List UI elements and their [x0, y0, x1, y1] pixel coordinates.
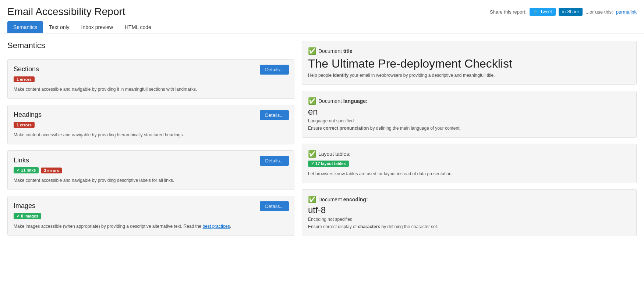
- check-icon-title: ✅: [308, 47, 316, 55]
- check-icon-layout: ✅: [308, 150, 316, 158]
- links-description: Make content accessible and navigable by…: [14, 177, 288, 184]
- document-encoding-card: ✅ Document encoding: utf-8 Encoding not …: [302, 189, 637, 236]
- check-icon-encoding: ✅: [308, 195, 316, 204]
- right-column: ✅ Document title The Ultimate Pre-deploy…: [302, 41, 637, 236]
- images-title: Images: [14, 202, 288, 210]
- headings-description: Make content accessible and navigable by…: [14, 132, 288, 138]
- twitter-icon: 🐦: [533, 9, 539, 14]
- share-area: Share this report: 🐦 Tweet in Share ...o…: [490, 8, 637, 16]
- tweet-button[interactable]: 🐦 Tweet: [530, 8, 556, 16]
- page-title: Email Accessibility Report: [7, 6, 125, 18]
- sections-details-button[interactable]: Details...: [260, 65, 289, 75]
- layout-tables-card: ✅ Layout tables: ✓ 17 layout tables Let …: [302, 144, 637, 183]
- encoding-not-specified: Encoding not specified: [308, 217, 630, 222]
- share-label: Share this report:: [490, 9, 527, 15]
- tab-bar: Semantics Text only Inbox preview HTML c…: [0, 18, 644, 33]
- links-title: Links: [14, 157, 288, 164]
- document-title-header: ✅ Document title: [308, 47, 630, 55]
- layout-tables-label: Layout tables:: [318, 151, 350, 157]
- language-not-specified: Language not specified: [308, 118, 630, 123]
- links-card: Links Details... ✓ 11 links 3 errors Mak…: [7, 150, 294, 190]
- left-column: Semantics Sections Details... 1 errors M…: [7, 41, 294, 236]
- document-language-value: en: [308, 107, 630, 117]
- tab-semantics[interactable]: Semantics: [7, 21, 43, 33]
- document-language-label: Document language:: [318, 98, 368, 104]
- document-encoding-sub: Ensure correct display of characters by …: [308, 223, 630, 230]
- headings-title: Headings: [14, 111, 288, 119]
- headings-details-button[interactable]: Details...: [260, 110, 289, 120]
- images-card: Images Details... ✓ 8 images Make images…: [7, 196, 294, 236]
- main-content: Semantics Sections Details... 1 errors M…: [0, 33, 644, 244]
- document-encoding-label: Document encoding:: [318, 197, 368, 202]
- document-title-card: ✅ Document title The Ultimate Pre-deploy…: [302, 41, 637, 85]
- images-description: Make images accessible (when appropriate…: [14, 223, 288, 230]
- document-language-header: ✅ Document language:: [308, 97, 630, 105]
- linkedin-button[interactable]: in Share: [559, 8, 583, 16]
- links-details-button[interactable]: Details...: [260, 156, 289, 166]
- images-success-badge: ✓ 8 images: [14, 213, 41, 219]
- check-icon-language: ✅: [308, 97, 316, 105]
- headings-error-badge: 1 errors: [14, 122, 35, 128]
- document-title-value: The Ultimate Pre-deployment Checklist: [308, 57, 630, 71]
- tab-inbox-preview[interactable]: Inbox preview: [75, 21, 119, 33]
- document-title-sub: Help people identify your email in webbr…: [308, 72, 630, 79]
- sections-card: Sections Details... 1 errors Make conten…: [7, 59, 294, 99]
- section-heading: Semantics: [7, 41, 294, 50]
- links-error-badge: 3 errors: [41, 168, 62, 173]
- sections-description: Make content accessible and navigable by…: [14, 86, 288, 93]
- best-practices-link[interactable]: best practices: [203, 224, 230, 229]
- headings-card: Headings Details... 1 errors Make conten…: [7, 105, 294, 144]
- document-title-label: Document title: [318, 48, 353, 54]
- page-header: Email Accessibility Report Share this re…: [0, 0, 644, 18]
- linkedin-icon: in: [562, 9, 566, 14]
- document-encoding-value: utf-8: [308, 205, 630, 215]
- sections-error-badge: 1 errors: [14, 76, 35, 82]
- layout-tables-header: ✅ Layout tables:: [308, 150, 630, 158]
- permalink-link[interactable]: permalink: [616, 9, 637, 15]
- images-details-button[interactable]: Details...: [260, 201, 289, 211]
- links-success-badge: ✓ 11 links: [14, 167, 39, 173]
- layout-tables-sub: Let browsers know tables are used for la…: [308, 170, 630, 177]
- tab-html-code[interactable]: HTML code: [119, 21, 157, 33]
- tab-text-only[interactable]: Text only: [43, 21, 75, 33]
- document-language-sub: Ensure correct pronunciation by defining…: [308, 125, 630, 132]
- document-language-card: ✅ Document language: en Language not spe…: [302, 91, 637, 138]
- sections-title: Sections: [14, 65, 288, 73]
- layout-tables-badge: ✓ 17 layout tables: [308, 161, 349, 167]
- links-badge-row: ✓ 11 links 3 errors: [14, 167, 288, 175]
- or-use-label: ...or use this:: [585, 9, 613, 15]
- document-encoding-header: ✅ Document encoding:: [308, 195, 630, 204]
